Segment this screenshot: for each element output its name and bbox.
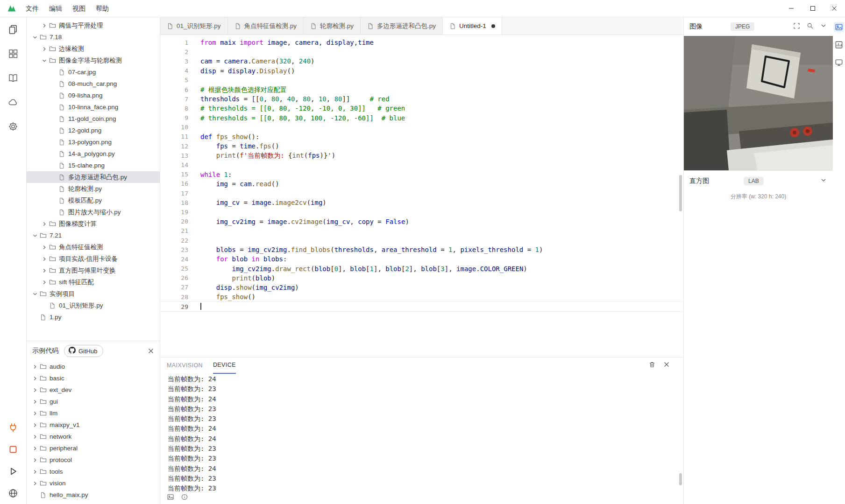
explorer-item[interactable]: 14-a_polygon.py	[27, 148, 160, 160]
fit-screen-icon[interactable]	[793, 22, 801, 32]
zoom-icon[interactable]	[806, 22, 814, 32]
explorer-item[interactable]: sift 特征匹配	[27, 276, 160, 288]
code-line[interactable]: 17	[160, 189, 683, 198]
device-screen-toggle-icon[interactable]	[834, 57, 844, 68]
code-editor[interactable]: 1from maix import image, camera, display…	[160, 35, 683, 357]
github-button[interactable]: GitHub	[64, 345, 103, 357]
explorer-icon[interactable]	[0, 17, 26, 42]
samples-item[interactable]: network	[27, 431, 160, 442]
code-line[interactable]: 20 img_cv2img = image.cv2image(img_cv, c…	[160, 217, 683, 226]
explorer-item[interactable]: 多边形逼进和凸包.py	[27, 171, 160, 183]
code-line[interactable]: 19	[160, 207, 683, 217]
explorer-item[interactable]: 直方图与傅里叶变换	[27, 265, 160, 276]
code-line[interactable]: 10	[160, 123, 683, 132]
close-panel-icon[interactable]	[663, 361, 670, 370]
editor-tab[interactable]: 轮廓检测.py	[304, 17, 361, 35]
explorer-item[interactable]: 01_识别矩形.py	[27, 300, 160, 311]
samples-item[interactable]: protocol	[27, 454, 160, 466]
console-scrollbar[interactable]	[679, 473, 682, 485]
editor-tab[interactable]: 角点特征值检测.py	[228, 17, 304, 35]
code-line[interactable]: 6# 根据色块颜色选择对应配置	[160, 85, 683, 94]
samples-item[interactable]: vision	[27, 477, 160, 489]
explorer-item[interactable]: 模板匹配.py	[27, 195, 160, 206]
explorer-item[interactable]: 项目实战-信用卡设备	[27, 253, 160, 265]
explorer-item[interactable]: 轮廓检测.py	[27, 183, 160, 195]
histogram-collapse-chevron-icon[interactable]	[820, 176, 827, 186]
explorer-item[interactable]: 阈值与平滑处理	[27, 20, 160, 31]
explorer-item[interactable]: 10-linna_face.png	[27, 101, 160, 113]
explorer-item[interactable]: 边缘检测	[27, 43, 160, 55]
tab-maixvision[interactable]: MAIXVISION	[167, 357, 203, 373]
close-button[interactable]	[824, 0, 845, 17]
clear-output-trash-icon[interactable]	[648, 361, 656, 370]
unsaved-dot[interactable]	[491, 24, 495, 28]
extensions-icon[interactable]	[0, 42, 26, 66]
code-line[interactable]: 21	[160, 226, 683, 236]
histogram-panel-toggle-icon[interactable]	[834, 40, 844, 50]
docs-book-icon[interactable]	[0, 66, 26, 90]
code-line[interactable]: 26 print(blob)	[160, 273, 683, 283]
stop-icon[interactable]	[0, 438, 26, 460]
code-line[interactable]: 12 fps = time.fps()	[160, 141, 683, 151]
colorspace-dropdown[interactable]: LAB	[744, 177, 764, 185]
editor-tab[interactable]: 01_识别矩形.py	[160, 17, 228, 35]
image-panel-toggle-icon[interactable]	[834, 22, 844, 32]
menu-edit[interactable]: 编辑	[44, 0, 67, 17]
code-line[interactable]: 3cam = camera.Camera(320, 240)	[160, 56, 683, 66]
menu-file[interactable]: 文件	[21, 0, 44, 17]
code-line[interactable]: 13 print(f'当前帧数为: {int(fps)}')	[160, 151, 683, 160]
editor-tab[interactable]: 多边形逼进和凸包.py	[361, 17, 443, 35]
code-line[interactable]: 15while 1:	[160, 170, 683, 179]
code-line[interactable]: 29	[160, 301, 683, 312]
explorer-item[interactable]: 07-car.jpg	[27, 66, 160, 78]
image-collapse-chevron-icon[interactable]	[820, 22, 827, 31]
samples-item[interactable]: maixpy_v1	[27, 419, 160, 431]
explorer-item[interactable]: 13-polygon.png	[27, 136, 160, 148]
explorer-item[interactable]: 1.py	[27, 311, 160, 323]
menu-view[interactable]: 视图	[67, 0, 91, 17]
code-line[interactable]: 22	[160, 236, 683, 245]
code-line[interactable]: 2	[160, 47, 683, 56]
code-line[interactable]: 14	[160, 160, 683, 169]
samples-item[interactable]: ext_dev	[27, 384, 160, 396]
image-format-badge[interactable]: JPEG	[731, 22, 754, 31]
samples-item[interactable]: hello_maix.py	[27, 489, 160, 501]
explorer-item[interactable]: 12-gold.png	[27, 125, 160, 136]
device-connect-icon[interactable]	[0, 416, 26, 438]
menu-help[interactable]: 帮助	[91, 0, 114, 17]
minimize-button[interactable]	[781, 0, 802, 17]
code-line[interactable]: 8# thresholds = [[0, 80, -120, -10, 0, 3…	[160, 104, 683, 113]
code-line[interactable]: 25 img_cv2img.draw_rect(blob[0], blob[1]…	[160, 264, 683, 273]
code-line[interactable]: 16 img = cam.read()	[160, 179, 683, 189]
code-line[interactable]: 24 for blob in blobs:	[160, 254, 683, 264]
code-line[interactable]: 7thresholds = [[0, 80, 40, 80, 10, 80]] …	[160, 94, 683, 104]
code-line[interactable]: 11def fps_show():	[160, 132, 683, 141]
explorer-item[interactable]: 图像金字塔与轮廓检测	[27, 55, 160, 66]
code-line[interactable]: 5	[160, 76, 683, 85]
code-line[interactable]: 28 fps_show()	[160, 292, 683, 301]
explorer-item[interactable]: 7.18	[27, 31, 160, 43]
run-icon[interactable]	[0, 460, 26, 482]
samples-close-icon[interactable]	[148, 348, 154, 354]
explorer-item[interactable]: 15-clahe.png	[27, 160, 160, 171]
explorer-item[interactable]: 图片放大与缩小.py	[27, 206, 160, 218]
explorer-item[interactable]: 角点特征值检测	[27, 241, 160, 253]
explorer-item[interactable]: 实例项目	[27, 288, 160, 300]
explorer-item[interactable]: 11-gold_coin.png	[27, 113, 160, 125]
settings-gear-icon[interactable]	[0, 114, 26, 139]
explorer-item[interactable]: 08-much_car.png	[27, 78, 160, 90]
samples-item[interactable]: llm	[27, 407, 160, 419]
explorer-item[interactable]: 7.21	[27, 230, 160, 241]
tab-device[interactable]: DEVICE	[213, 357, 236, 374]
language-globe-icon[interactable]	[0, 482, 26, 504]
editor-tab[interactable]: Untitled-1	[443, 17, 502, 35]
samples-item[interactable]: basic	[27, 372, 160, 384]
code-line[interactable]: 1from maix import image, camera, display…	[160, 38, 683, 47]
samples-item[interactable]: tools	[27, 466, 160, 477]
samples-item[interactable]: gui	[27, 396, 160, 407]
code-line[interactable]: 23 blobs = img_cv2img.find_blobs(thresho…	[160, 245, 683, 254]
samples-item[interactable]: peripheral	[27, 442, 160, 454]
code-line[interactable]: 4disp = display.Display()	[160, 66, 683, 76]
code-line[interactable]: 18 img_cv = image.image2cv(img)	[160, 198, 683, 207]
editor-scrollbar[interactable]	[679, 175, 682, 211]
